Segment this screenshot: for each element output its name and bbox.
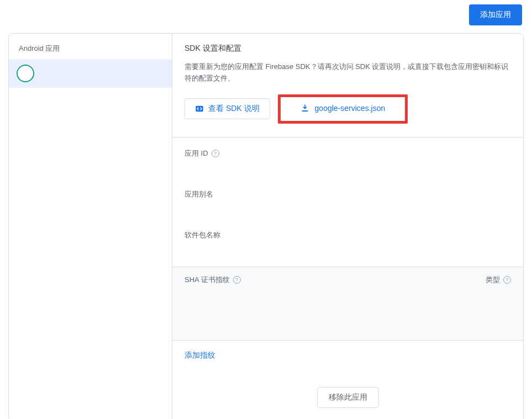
app-alias-field: 应用别名: [172, 178, 523, 219]
help-icon[interactable]: ?: [233, 276, 241, 284]
view-sdk-button[interactable]: 查看 SDK 说明: [185, 98, 270, 119]
help-icon[interactable]: ?: [503, 276, 511, 284]
sidebar-item-app[interactable]: [9, 59, 172, 88]
app-settings-card: Android 应用 SDK 设置和配置 需要重新为您的应用配置 Firebas…: [8, 33, 524, 419]
app-id-label: 应用 ID: [185, 148, 208, 158]
help-icon[interactable]: ?: [212, 150, 219, 157]
sha-fingerprint-list: [185, 285, 511, 332]
app-alias-value: [185, 203, 511, 214]
sdk-description: 需要重新为您的应用配置 Firebase SDK？请再次访问 SDK 设置说明，…: [185, 61, 511, 84]
app-alias-label: 应用别名: [185, 189, 213, 199]
content-area: SDK 设置和配置 需要重新为您的应用配置 Firebase SDK？请再次访问…: [172, 34, 523, 419]
svg-rect-1: [302, 110, 308, 112]
add-fingerprint-button[interactable]: 添加指纹: [185, 351, 215, 359]
sdk-title: SDK 设置和配置: [185, 44, 511, 54]
sdk-section: SDK 设置和配置 需要重新为您的应用配置 Firebase SDK？请再次访问…: [172, 34, 523, 137]
app-avatar: [17, 65, 34, 82]
download-icon: [301, 104, 309, 113]
sha-header-label: SHA 证书指纹: [185, 275, 230, 285]
code-icon: [195, 104, 204, 113]
app-id-field: 应用 ID ?: [172, 137, 523, 178]
package-name-value: [185, 243, 511, 254]
package-name-label: 软件包名称: [185, 230, 220, 240]
remove-app-button[interactable]: 移除此应用: [317, 387, 379, 408]
download-highlight: google-services.json: [278, 94, 408, 124]
package-name-field: 软件包名称: [172, 219, 523, 260]
sidebar: Android 应用: [9, 34, 172, 419]
sidebar-heading: Android 应用: [9, 41, 172, 59]
add-app-button[interactable]: 添加应用: [469, 4, 522, 25]
download-json-button[interactable]: google-services.json: [301, 104, 386, 113]
sha-section: SHA 证书指纹 ? 类型 ?: [172, 267, 523, 341]
sha-type-label: 类型: [486, 275, 500, 285]
view-sdk-label: 查看 SDK 说明: [208, 104, 260, 114]
download-json-label: google-services.json: [315, 104, 386, 113]
app-id-value: [185, 162, 511, 173]
